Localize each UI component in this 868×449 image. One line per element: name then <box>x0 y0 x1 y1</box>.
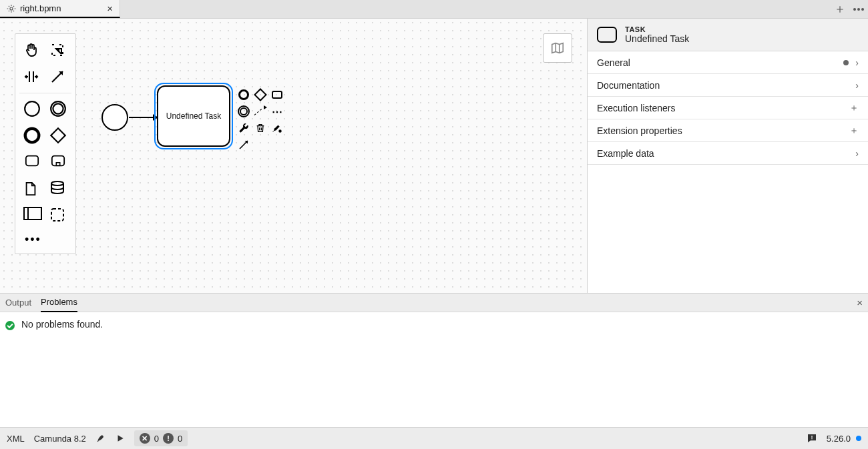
ctxpad-connect-message[interactable] <box>253 104 268 119</box>
section-label: Extension properties <box>597 125 682 136</box>
palette-hand-tool[interactable] <box>19 38 45 65</box>
intermediate-event-icon <box>238 105 250 117</box>
palette-start-event[interactable] <box>19 96 45 123</box>
ctxpad-delete[interactable] <box>253 121 268 135</box>
paint-icon <box>271 122 283 134</box>
canvas-grid <box>0 19 587 293</box>
palette-task[interactable] <box>19 149 45 176</box>
gear-icon <box>7 4 16 13</box>
palette-lasso-tool[interactable] <box>45 38 71 65</box>
intermediate-event-icon <box>49 100 68 119</box>
error-count: 0 <box>154 434 159 444</box>
start-event-icon <box>23 100 42 119</box>
section-documentation[interactable]: Documentation › <box>588 74 868 97</box>
connect-icon <box>49 69 68 87</box>
section-example-data[interactable]: Example data › <box>588 142 868 165</box>
status-feedback[interactable] <box>807 433 817 444</box>
canvas[interactable]: ••• Undefined Task ⋯ <box>0 19 588 293</box>
palette-participant[interactable] <box>19 203 45 230</box>
ctxpad-connect[interactable] <box>236 137 251 152</box>
section-execution-listeners[interactable]: Execution listeners ＋ <box>588 97 868 119</box>
palette: ••• <box>15 33 76 254</box>
ctxpad-empty2 <box>270 137 284 152</box>
subprocess-icon <box>49 153 68 172</box>
section-general[interactable]: General › <box>588 51 868 74</box>
minimap-toggle[interactable] <box>543 33 572 63</box>
palette-space-tool[interactable] <box>19 65 45 91</box>
status-deploy[interactable] <box>95 433 106 444</box>
properties-header: TASK Undefined Task <box>588 19 868 51</box>
status-bar: XML Camunda 8.2 ✕ 0 ! 0 5.26.0 <box>0 427 868 449</box>
ctxpad-color[interactable] <box>270 121 284 135</box>
palette-group[interactable] <box>45 203 71 230</box>
plus-icon[interactable]: ＋ <box>849 125 859 137</box>
task-shape[interactable]: Undefined Task <box>157 85 230 147</box>
tab-menu-button[interactable] <box>849 0 868 18</box>
gateway-icon <box>254 88 267 101</box>
ctxpad-append-task[interactable] <box>270 87 284 102</box>
svg-point-2 <box>857 8 860 11</box>
task-icon <box>272 91 282 99</box>
version-text: 5.26.0 <box>827 434 851 444</box>
svg-rect-15 <box>51 209 63 221</box>
svg-point-12 <box>51 181 63 185</box>
section-extension-properties[interactable]: Extension properties ＋ <box>588 119 868 142</box>
element-type-label: TASK <box>625 25 689 33</box>
section-label: General <box>597 57 630 68</box>
status-problems-summary[interactable]: ✕ 0 ! 0 <box>134 430 188 446</box>
bottom-panel-tabs: Output Problems × <box>0 294 868 312</box>
status-platform[interactable]: Camunda 8.2 <box>34 434 86 444</box>
ctxpad-append-intermediate[interactable] <box>236 104 251 119</box>
tab-file[interactable]: right.bpmn × <box>0 0 120 18</box>
play-icon <box>116 434 125 443</box>
ctxpad-empty1 <box>253 137 268 152</box>
palette-data-store[interactable] <box>45 176 71 203</box>
palette-gateway[interactable] <box>45 123 71 149</box>
close-panel-icon[interactable]: × <box>857 297 863 308</box>
gateway-icon <box>49 127 68 145</box>
participant-icon <box>23 207 42 226</box>
palette-intermediate-event[interactable] <box>45 96 71 123</box>
status-run[interactable] <box>116 434 125 443</box>
start-event-shape[interactable] <box>101 104 128 131</box>
svg-rect-11 <box>56 163 60 166</box>
wrench-icon <box>238 122 250 134</box>
ctxpad-change-type[interactable] <box>236 121 251 135</box>
ctxpad-append-gateway[interactable] <box>253 87 268 102</box>
svg-point-3 <box>861 8 864 11</box>
new-tab-button[interactable] <box>831 0 849 18</box>
svg-point-7 <box>25 129 39 143</box>
work-area: ••• Undefined Task ⋯ <box>0 19 868 294</box>
element-name: Undefined Task <box>625 33 689 44</box>
chevron-right-icon: › <box>855 80 859 91</box>
tab-problems[interactable]: Problems <box>41 293 77 312</box>
svg-point-17 <box>240 108 247 115</box>
sequence-flow[interactable] <box>129 117 157 118</box>
palette-subprocess[interactable] <box>45 149 71 176</box>
trash-icon <box>255 122 266 134</box>
ctxpad-append-end-event[interactable] <box>236 87 251 102</box>
status-xml-toggle[interactable]: XML <box>7 434 25 444</box>
svg-rect-20 <box>811 438 812 439</box>
palette-end-event[interactable] <box>19 123 45 149</box>
svg-rect-9 <box>25 156 37 166</box>
modified-indicator-icon <box>843 60 849 65</box>
status-xml-label: XML <box>7 434 25 444</box>
hand-icon <box>23 42 42 61</box>
status-version[interactable]: 5.26.0 <box>827 434 861 444</box>
end-event-icon <box>23 127 42 145</box>
palette-data-object[interactable] <box>19 176 45 203</box>
chevron-right-icon: › <box>855 57 859 68</box>
palette-more[interactable]: ••• <box>19 230 71 250</box>
connect-icon <box>238 139 250 151</box>
ctxpad-more[interactable]: ⋯ <box>270 104 284 119</box>
plus-icon[interactable]: ＋ <box>849 102 859 114</box>
palette-connect-tool[interactable] <box>45 65 71 91</box>
context-pad: ⋯ <box>236 87 284 152</box>
problems-body: No problems found. <box>0 312 868 427</box>
chevron-right-icon: › <box>855 148 859 159</box>
tab-output[interactable]: Output <box>5 294 31 312</box>
svg-point-4 <box>25 101 39 116</box>
close-tab-icon[interactable]: × <box>107 3 113 14</box>
task-icon <box>23 153 42 172</box>
